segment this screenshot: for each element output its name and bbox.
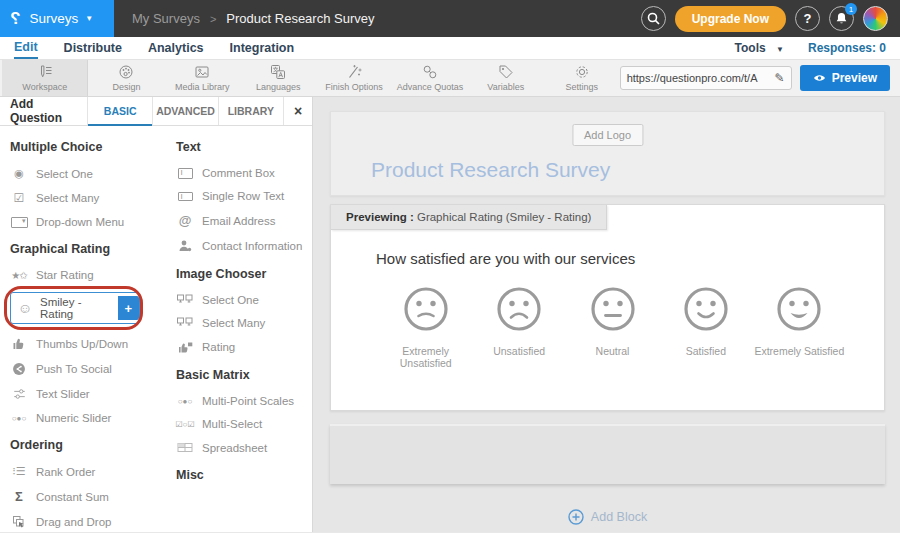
qtype-numeric-slider[interactable]: ○●○ Numeric Slider (10, 412, 172, 424)
toolbar-workspace[interactable]: Workspace (2, 60, 88, 96)
questionpro-logo-icon: ? (10, 9, 20, 29)
section-text: Text (176, 140, 312, 154)
translate-icon (270, 64, 286, 80)
survey-header-block[interactable]: Add Logo Product Research Survey (330, 111, 885, 196)
previewing-tab: Previewing : Graphical Rating (Smiley - … (331, 205, 607, 230)
section-ordering: Ordering (10, 438, 172, 452)
thumb-icon (10, 337, 28, 351)
smiley-option-extremely-unsatisfied[interactable]: Extremely Unsatisfied (379, 285, 472, 369)
qtype-email-address[interactable]: @ Email Address (176, 213, 312, 228)
upgrade-now-button[interactable]: Upgrade Now (675, 6, 786, 32)
tab-edit[interactable]: Edit (14, 37, 38, 59)
qtype-smiley-rating[interactable]: ☺ Smiley - Rating + (10, 292, 140, 324)
empty-survey-block[interactable] (330, 424, 885, 484)
comment-box-icon (176, 168, 194, 179)
smiley-very-sad-icon (402, 285, 450, 333)
add-block-button[interactable]: Add Block (330, 509, 885, 525)
breadcrumb-current-survey: Product Research Survey (226, 11, 374, 26)
tab-distribute[interactable]: Distribute (64, 37, 122, 59)
smiley-option-satisfied[interactable]: Satisfied (659, 285, 752, 369)
tab-library[interactable]: LIBRARY (219, 97, 284, 125)
at-icon: @ (176, 213, 194, 228)
add-smiley-question-button[interactable]: + (118, 296, 139, 320)
previewing-label: Previewing : (346, 211, 414, 223)
survey-title[interactable]: Product Research Survey (371, 158, 610, 182)
section-misc: Misc (176, 468, 312, 482)
smiley-very-happy-icon (775, 285, 823, 333)
toolbar-media-library[interactable]: Media Library (164, 60, 240, 96)
qtype-select-many[interactable]: ☑ Select Many (10, 191, 172, 205)
qtype-multi-select[interactable]: ☑○☑ Multi-Select (176, 418, 312, 430)
previewing-value: Graphical Rating (Smiley - Rating) (414, 211, 592, 223)
tab-basic[interactable]: BASIC (88, 97, 153, 125)
tools-dropdown[interactable]: Tools ▼ (735, 41, 784, 55)
breadcrumb-separator: > (210, 13, 216, 25)
smiley-scale: Extremely Unsatisfied Unsatisfied (331, 267, 884, 369)
links-icon (422, 64, 438, 80)
tag-icon (498, 64, 514, 80)
qtype-constant-sum[interactable]: Σ Constant Sum (10, 489, 172, 504)
qtype-text-slider[interactable]: Text Slider (10, 387, 172, 401)
responses-count[interactable]: Responses: 0 (808, 41, 886, 55)
add-logo-button[interactable]: Add Logo (572, 124, 643, 146)
qtype-comment-box[interactable]: Comment Box (176, 167, 312, 179)
toolbar-advance-quotas[interactable]: Advance Quotas (392, 60, 468, 96)
section-basic-matrix: Basic Matrix (176, 368, 312, 382)
toolbar-finish-options[interactable]: Finish Options (316, 60, 392, 96)
qtype-image-rating[interactable]: Rating (176, 340, 312, 354)
tab-integration[interactable]: Integration (230, 37, 295, 59)
section-image-chooser: Image Chooser (176, 267, 312, 281)
qtype-thumbs-up-down[interactable]: Thumbs Up/Down (10, 337, 172, 351)
radio-list-icon: ◉ (10, 167, 28, 180)
qtype-select-one[interactable]: ◉ Select One (10, 167, 172, 180)
preview-button[interactable]: Preview (800, 65, 890, 91)
qtype-image-select-many[interactable]: Select Many (176, 317, 312, 329)
toolbar-languages[interactable]: Languages (240, 60, 316, 96)
survey-url-input[interactable] (627, 72, 775, 84)
qtype-single-row-text[interactable]: Single Row Text (176, 190, 312, 202)
smiley-option-unsatisfied[interactable]: Unsatisfied (472, 285, 565, 369)
add-question-panel: Add Question BASIC ADVANCED LIBRARY × Mu… (0, 97, 313, 532)
gear-icon (574, 64, 590, 80)
smiley-option-neutral[interactable]: Neutral (566, 285, 659, 369)
plus-circle-icon (568, 509, 584, 525)
qtype-spreadsheet[interactable]: Spreadsheet (176, 441, 312, 454)
breadcrumb-my-surveys[interactable]: My Surveys (132, 11, 200, 26)
question-preview-card: Previewing : Graphical Rating (Smiley - … (330, 204, 885, 411)
toolbar-design[interactable]: Design (88, 60, 164, 96)
dropdown-icon (10, 217, 28, 228)
qtype-star-rating[interactable]: ★✩ Star Rating (10, 269, 172, 281)
notifications-button[interactable]: 1 (829, 6, 854, 31)
qtype-drag-and-drop[interactable]: Drag and Drop (10, 515, 172, 529)
workspace-icon (37, 64, 53, 80)
smiley-icon: ☺ (16, 301, 34, 315)
chevron-down-icon: ▼ (85, 14, 93, 23)
smiley-happy-icon (682, 285, 730, 333)
tab-advanced[interactable]: ADVANCED (153, 97, 218, 125)
qtype-contact-information[interactable]: Contact Information (176, 239, 312, 253)
top-bar: ? Surveys ▼ My Surveys > Product Researc… (0, 0, 900, 37)
search-button[interactable] (641, 6, 666, 31)
qtype-dropdown-menu[interactable]: Drop-down Menu (10, 216, 172, 228)
help-button[interactable]: ? (795, 6, 820, 31)
smiley-option-extremely-satisfied[interactable]: Extremely Satisfied (753, 285, 846, 369)
close-icon[interactable]: × (284, 97, 312, 125)
multipoint-icon: ○●○ (176, 397, 194, 406)
person-icon (176, 239, 194, 253)
toolbar-settings[interactable]: Settings (544, 60, 620, 96)
edit-url-icon[interactable]: ✎ (775, 71, 785, 85)
avatar[interactable] (863, 6, 888, 31)
qtype-multi-point-scales[interactable]: ○●○ Multi-Point Scales (176, 395, 312, 407)
qtype-push-to-social[interactable]: Push To Social (10, 362, 172, 376)
toolbar-variables[interactable]: Variables (468, 60, 544, 96)
surveys-menu[interactable]: ? Surveys ▼ (0, 0, 114, 37)
product-name: Surveys (29, 11, 78, 26)
question-text: How satisfied are you with our services (376, 250, 884, 267)
topbar-actions: Upgrade Now ? 1 (641, 6, 900, 32)
chevron-down-icon: ▼ (776, 45, 784, 54)
qtype-image-select-one[interactable]: Select One (176, 294, 312, 306)
qtype-rank-order[interactable]: ⁝☰ Rank Order (10, 465, 172, 478)
survey-url-field[interactable]: ✎ (620, 66, 792, 90)
tab-analytics[interactable]: Analytics (148, 37, 204, 59)
single-row-icon (176, 192, 194, 201)
